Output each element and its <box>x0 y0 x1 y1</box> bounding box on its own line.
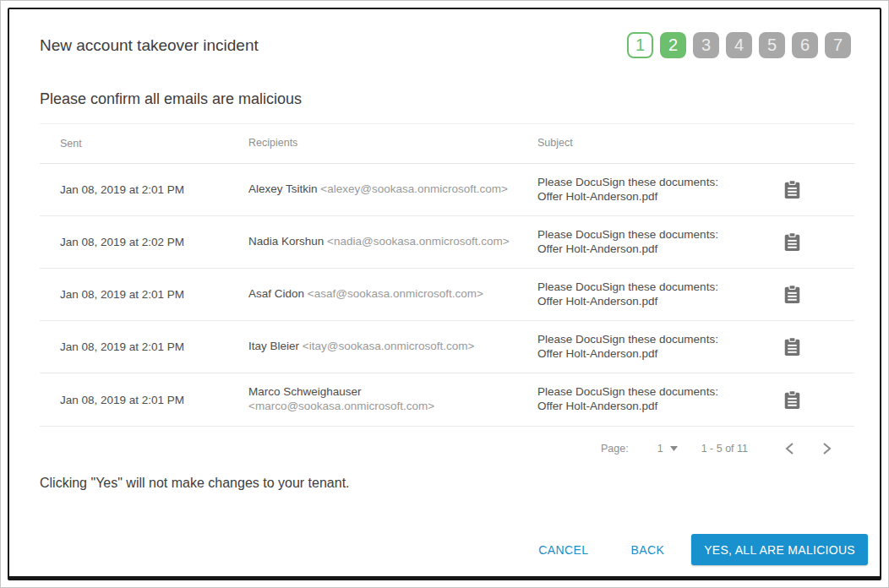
attachment-cell <box>755 285 854 304</box>
recipient-email: <nadia@sookasa.onmicrosoft.com> <box>327 235 510 248</box>
wizard-step-indicator: 1 2 3 4 5 6 7 <box>627 32 851 58</box>
step-5[interactable]: 5 <box>759 32 785 58</box>
recipient-name: Itay Bleier <box>248 340 299 352</box>
table-row: Jan 08, 2019 at 2:01 PM Itay Bleier <ita… <box>40 321 854 373</box>
dialog-header: New account takeover incident 1 2 3 4 5 … <box>9 9 880 58</box>
pagination-bar: Page: 1 1 - 5 of 11 <box>9 427 880 471</box>
page-frame: New account takeover incident 1 2 3 4 5 … <box>0 0 889 588</box>
attachment-cell <box>755 390 854 410</box>
recipient-name: Nadia Korshun <box>248 235 324 248</box>
sent-cell: Jan 08, 2019 at 2:01 PM <box>40 288 248 301</box>
attachment-cell <box>755 180 854 199</box>
subject-line-2: Offer Holt-Anderson.pdf <box>537 347 755 362</box>
subject-line-2: Offer Holt-Anderson.pdf <box>537 400 755 414</box>
clipboard-icon[interactable] <box>783 180 801 199</box>
caret-down-icon <box>670 446 678 451</box>
subject-line-2: Offer Holt-Anderson.pdf <box>537 295 755 309</box>
page-select-value: 1 <box>657 443 663 455</box>
column-header-recipients: Recipients <box>248 137 537 150</box>
clipboard-icon[interactable] <box>783 337 801 357</box>
wizard-dialog: New account takeover incident 1 2 3 4 5 … <box>8 8 881 580</box>
table-header-row: Sent Recipients Subject <box>40 123 854 164</box>
subject-cell: Please DocuSign these documents: Offer H… <box>537 385 755 414</box>
step-7[interactable]: 7 <box>825 32 851 58</box>
recipient-email: <marco@sookasa.onmicrosoft.com> <box>248 400 434 412</box>
dialog-title: New account takeover incident <box>40 36 259 55</box>
dialog-footer: CANCEL BACK YES, ALL ARE MALICIOUS <box>9 534 880 576</box>
subject-line-1: Please DocuSign these documents: <box>537 280 755 295</box>
clipboard-icon[interactable] <box>783 232 801 252</box>
step-6[interactable]: 6 <box>792 32 818 58</box>
sent-cell: Jan 08, 2019 at 2:01 PM <box>40 394 248 406</box>
subject-cell: Please DocuSign these documents: Offer H… <box>537 333 755 362</box>
page-label: Page: <box>601 443 629 455</box>
subject-cell: Please DocuSign these documents: Offer H… <box>537 228 755 257</box>
page-select-dropdown[interactable]: 1 <box>657 443 678 455</box>
clipboard-icon[interactable] <box>783 285 801 304</box>
table-row: Jan 08, 2019 at 2:01 PM Marco Schweighau… <box>40 373 854 427</box>
tenant-note: Clicking "Yes" will not make changes to … <box>9 476 880 491</box>
sent-cell: Jan 08, 2019 at 2:01 PM <box>40 340 248 353</box>
step-2[interactable]: 2 <box>660 32 686 58</box>
recipient-name: Marco Schweighauser <box>248 385 362 398</box>
recipient-name: Alexey Tsitkin <box>248 182 318 195</box>
prev-page-button[interactable] <box>780 439 799 458</box>
subject-cell: Please DocuSign these documents: Offer H… <box>537 280 755 309</box>
subject-line-1: Please DocuSign these documents: <box>537 176 755 190</box>
back-button[interactable]: BACK <box>630 543 664 557</box>
clipboard-icon[interactable] <box>783 390 801 410</box>
subject-line-1: Please DocuSign these documents: <box>537 228 755 242</box>
recipient-cell: Alexey Tsitkin <alexey@sookasa.onmicroso… <box>248 182 537 197</box>
subject-line-2: Offer Holt-Anderson.pdf <box>537 242 755 257</box>
recipient-cell: Itay Bleier <itay@sookasa.onmicrosoft.co… <box>248 340 537 354</box>
cancel-button[interactable]: CANCEL <box>538 543 588 557</box>
step-4[interactable]: 4 <box>726 32 752 58</box>
recipient-cell: Nadia Korshun <nadia@sookasa.onmicrosoft… <box>248 235 537 249</box>
attachment-cell <box>755 232 854 252</box>
column-header-subject: Subject <box>537 137 755 150</box>
confirm-malicious-button[interactable]: YES, ALL ARE MALICIOUS <box>691 534 868 565</box>
sent-cell: Jan 08, 2019 at 2:01 PM <box>40 183 248 196</box>
recipient-cell: Asaf Cidon <asaf@sookasa.onmicrosoft.com… <box>248 287 537 302</box>
table-row: Jan 08, 2019 at 2:01 PM Asaf Cidon <asaf… <box>40 269 854 321</box>
step-3[interactable]: 3 <box>693 32 719 58</box>
recipient-email: <itay@sookasa.onmicrosoft.com> <box>303 340 475 352</box>
subject-cell: Please DocuSign these documents: Offer H… <box>537 176 755 204</box>
chevron-right-icon <box>822 443 832 455</box>
table-row: Jan 08, 2019 at 2:02 PM Nadia Korshun <n… <box>40 216 854 269</box>
sent-cell: Jan 08, 2019 at 2:02 PM <box>40 236 248 248</box>
recipient-email: <alexey@sookasa.onmicrosoft.com> <box>320 182 508 195</box>
confirm-prompt: Please confirm all emails are malicious <box>9 90 880 108</box>
column-header-sent: Sent <box>40 138 248 150</box>
next-page-button[interactable] <box>817 439 836 458</box>
recipient-email: <asaf@sookasa.onmicrosoft.com> <box>308 287 483 300</box>
recipient-name: Asaf Cidon <box>248 287 304 300</box>
subject-line-1: Please DocuSign these documents: <box>537 385 755 400</box>
chevron-left-icon <box>785 443 794 455</box>
emails-table: Sent Recipients Subject Jan 08, 2019 at … <box>40 123 854 427</box>
subject-line-2: Offer Holt-Anderson.pdf <box>537 190 755 204</box>
recipient-cell: Marco Schweighauser <marco@sookasa.onmic… <box>248 385 537 414</box>
table-row: Jan 08, 2019 at 2:01 PM Alexey Tsitkin <… <box>40 164 854 216</box>
step-1[interactable]: 1 <box>627 32 653 58</box>
subject-line-1: Please DocuSign these documents: <box>537 333 755 347</box>
attachment-cell <box>755 337 854 357</box>
page-range: 1 - 5 of 11 <box>701 443 748 455</box>
